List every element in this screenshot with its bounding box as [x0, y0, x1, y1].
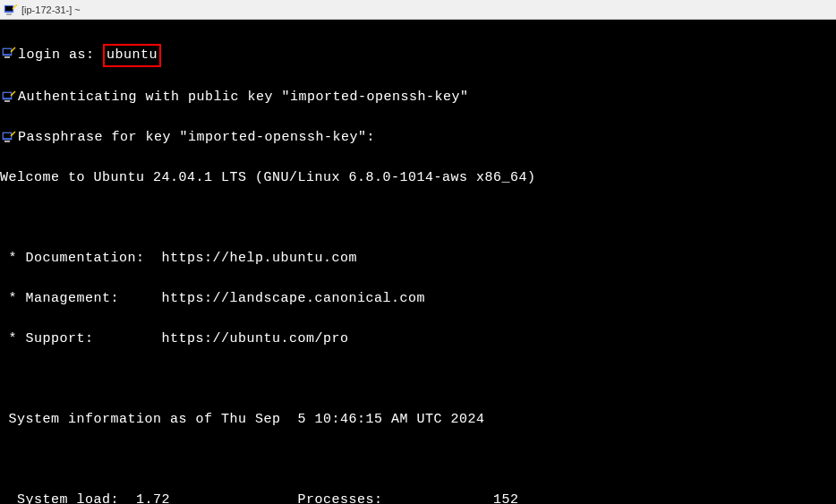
svg-rect-3 — [6, 13, 12, 15]
auth-line: Authenticating with public key "imported… — [18, 88, 836, 108]
support-line: * Support: https://ubuntu.com/pro — [0, 329, 836, 350]
login-prompt: login as: — [18, 47, 103, 63]
svg-rect-5 — [4, 49, 11, 54]
blank-line — [0, 209, 836, 229]
blank-line — [0, 450, 836, 471]
svg-rect-1 — [5, 6, 13, 11]
passphrase-line: Passphrase for key "imported-openssh-key… — [18, 128, 836, 149]
putty-icon — [4, 3, 18, 17]
svg-rect-7 — [4, 56, 10, 58]
login-user-highlight: ubuntu — [103, 44, 161, 68]
putty-line-icon — [2, 46, 16, 60]
welcome-line: Welcome to Ubuntu 24.04.1 LTS (GNU/Linux… — [0, 168, 836, 189]
mgmt-line: * Management: https://landscape.canonica… — [0, 289, 836, 310]
window-title: [ip-172-31-] ~ — [21, 4, 81, 15]
login-line: login as: ubuntu — [18, 44, 836, 68]
svg-rect-13 — [4, 133, 11, 138]
svg-rect-11 — [4, 100, 10, 102]
svg-rect-9 — [4, 93, 11, 98]
putty-line-icon — [2, 90, 16, 104]
blank-line — [0, 370, 836, 390]
window-titlebar[interactable]: [ip-172-31-] ~ — [0, 0, 836, 20]
svg-rect-15 — [4, 141, 10, 142]
terminal-output[interactable]: login as: ubuntu Authenticating with pub… — [0, 20, 836, 504]
doc-line: * Documentation: https://help.ubuntu.com — [0, 249, 836, 269]
sysinfo-row: System load: 1.72 Processes: 152 — [0, 491, 836, 505]
sysinfo-header: System information as of Thu Sep 5 10:46… — [0, 410, 836, 431]
login-user: ubuntu — [107, 47, 158, 63]
putty-line-icon — [2, 130, 16, 144]
